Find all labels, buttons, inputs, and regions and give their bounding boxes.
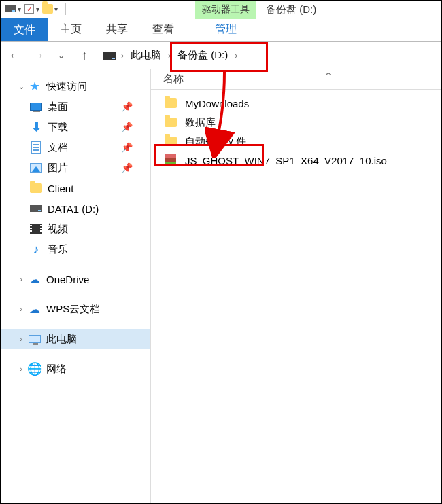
chevron-right-icon[interactable]: › <box>232 51 240 60</box>
wps-cloud-icon: ☁ <box>27 302 42 317</box>
folder-icon <box>163 134 178 149</box>
sidebar-item-this-pc[interactable]: › 此电脑 <box>1 329 150 349</box>
expand-icon[interactable]: ⌄ <box>16 82 26 91</box>
dropdown-icon[interactable]: ▾ <box>18 5 21 13</box>
drive-icon <box>103 52 116 60</box>
forward-button[interactable]: → <box>30 46 46 66</box>
column-header-label: 名称 <box>163 73 184 86</box>
folder-icon <box>29 181 44 196</box>
sidebar-item-label: 图片 <box>48 162 68 175</box>
sidebar-item-label: WPS云文档 <box>46 303 100 316</box>
pc-icon <box>27 331 42 346</box>
drive-icon <box>29 201 44 216</box>
folder-icon <box>163 115 178 130</box>
file-item[interactable]: MyDownloads <box>151 94 441 113</box>
navigation-pane[interactable]: ⌄ ★ 快速访问 桌面 📌 ⬇ 下载 📌 文档 📌 图片 <box>1 69 151 503</box>
sidebar-item-wps[interactable]: › ☁ WPS云文档 <box>1 299 150 319</box>
pin-icon: 📌 <box>121 162 133 173</box>
file-item[interactable]: 自动备份文件 <box>151 132 441 151</box>
sidebar-item-label: Client <box>48 183 73 194</box>
onedrive-icon: ☁ <box>27 272 42 287</box>
up-button[interactable]: ↑ <box>76 46 92 66</box>
sidebar-item-music[interactable]: ♪ 音乐 <box>1 239 150 259</box>
picture-icon <box>29 160 44 175</box>
sidebar-item-label: 网络 <box>46 363 67 376</box>
star-icon: ★ <box>27 79 42 94</box>
file-name: 数据库 <box>185 116 216 129</box>
breadcrumb-this-pc[interactable]: 此电脑 <box>129 46 163 65</box>
sidebar-item-label: OneDrive <box>46 274 89 285</box>
chevron-right-icon[interactable]: › <box>165 51 173 60</box>
address-bar[interactable]: › 此电脑 › 备份盘 (D:) › <box>103 46 240 65</box>
video-icon <box>29 221 44 236</box>
sidebar-item-documents[interactable]: 文档 📌 <box>1 137 150 158</box>
drive-tools-context-tab[interactable]: 驱动器工具 <box>195 1 256 19</box>
customize-qat-icon[interactable]: ▾ <box>54 5 58 13</box>
separator-icon: │ <box>61 3 71 14</box>
desktop-icon <box>29 99 44 114</box>
sidebar-item-label: 快速访问 <box>46 80 87 93</box>
file-item[interactable]: 数据库 <box>151 113 441 132</box>
pin-icon: 📌 <box>121 101 133 112</box>
expand-icon[interactable]: › <box>16 305 26 313</box>
sidebar-item-label: 下载 <box>48 121 68 134</box>
sidebar-item-label: 视频 <box>48 223 68 236</box>
folder-icon <box>163 96 178 111</box>
ribbon-context-tabs: 驱动器工具 <box>195 1 256 19</box>
tab-home[interactable]: 主页 <box>48 18 94 41</box>
file-item[interactable]: JS_GHOST_WIN7_SP1_X64_V2017_10.iso <box>151 151 441 170</box>
pin-icon: 📌 <box>121 122 133 132</box>
sidebar-item-network[interactable]: › 🌐 网络 <box>1 359 150 379</box>
breadcrumb-drive[interactable]: 备份盘 (D:) <box>176 46 229 65</box>
sort-indicator-icon: ⌃ <box>323 71 334 81</box>
download-icon: ⬇ <box>29 120 44 134</box>
sidebar-item-label: DATA1 (D:) <box>48 203 99 215</box>
recent-locations-icon[interactable]: ⌄ <box>53 46 69 66</box>
title-bar: ▾ ✓ ▾ ▾ │ 驱动器工具 备份盘 (D:) <box>1 1 441 19</box>
dropdown-icon[interactable]: ▾ <box>36 5 39 13</box>
file-name: JS_GHOST_WIN7_SP1_X64_V2017_10.iso <box>185 155 387 166</box>
music-icon: ♪ <box>29 242 44 257</box>
sidebar-item-downloads[interactable]: ⬇ 下载 📌 <box>1 117 150 137</box>
sidebar-item-videos[interactable]: 视频 <box>1 219 150 239</box>
expand-icon[interactable]: › <box>16 335 26 343</box>
folder-icon <box>42 3 53 14</box>
sidebar-item-quick-access[interactable]: ⌄ ★ 快速访问 <box>1 76 150 96</box>
sidebar-item-pictures[interactable]: 图片 📌 <box>1 158 150 178</box>
ribbon-tabs: 文件 主页 共享 查看 管理 <box>1 19 441 42</box>
sidebar-item-label: 此电脑 <box>46 333 77 346</box>
document-icon <box>29 140 44 155</box>
sidebar-item-client[interactable]: Client <box>1 178 150 198</box>
sidebar-item-label: 桌面 <box>48 101 68 113</box>
sidebar-item-desktop[interactable]: 桌面 📌 <box>1 96 150 117</box>
expand-icon[interactable]: › <box>16 275 26 283</box>
sidebar-item-label: 音乐 <box>48 243 68 256</box>
tab-share[interactable]: 共享 <box>94 18 140 41</box>
network-icon: 🌐 <box>27 361 42 376</box>
tab-view[interactable]: 查看 <box>140 18 186 41</box>
pin-icon: 📌 <box>121 142 133 153</box>
window-title: 备份盘 (D:) <box>256 1 441 16</box>
properties-checkbox-icon[interactable]: ✓ <box>24 3 35 14</box>
tab-file[interactable]: 文件 <box>1 18 48 41</box>
chevron-right-icon[interactable]: › <box>118 51 126 60</box>
tab-manage[interactable]: 管理 <box>203 18 249 41</box>
file-list[interactable]: MyDownloads数据库自动备份文件JS_GHOST_WIN7_SP1_X6… <box>151 90 441 170</box>
file-name: 自动备份文件 <box>185 135 246 148</box>
expand-icon[interactable]: › <box>16 365 26 373</box>
quick-access-toolbar: ▾ ✓ ▾ ▾ │ <box>1 1 75 14</box>
sidebar-item-data1[interactable]: DATA1 (D:) <box>1 198 150 219</box>
content-area: ⌄ ★ 快速访问 桌面 📌 ⬇ 下载 📌 文档 📌 图片 <box>1 69 441 503</box>
sidebar-item-onedrive[interactable]: › ☁ OneDrive <box>1 269 150 289</box>
column-header-name[interactable]: 名称 ⌃ <box>151 69 441 90</box>
drive-icon <box>5 3 16 14</box>
archive-icon <box>163 153 178 168</box>
file-name: MyDownloads <box>185 98 249 109</box>
sidebar-item-label: 文档 <box>48 141 68 154</box>
back-button[interactable]: ← <box>7 46 23 66</box>
navigation-bar: ← → ⌄ ↑ › 此电脑 › 备份盘 (D:) › <box>1 42 441 69</box>
file-view: 名称 ⌃ MyDownloads数据库自动备份文件JS_GHOST_WIN7_S… <box>151 69 441 503</box>
